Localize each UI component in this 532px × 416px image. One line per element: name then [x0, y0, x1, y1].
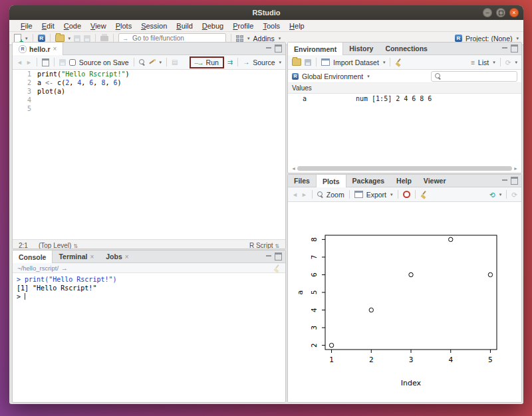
- load-workspace-icon[interactable]: [292, 58, 301, 66]
- scroll-right-icon[interactable]: ►: [513, 166, 518, 171]
- save-workspace-icon[interactable]: [305, 59, 311, 66]
- close-tab-icon[interactable]: ×: [125, 253, 129, 260]
- new-project-icon[interactable]: R: [38, 35, 45, 42]
- tab-environment[interactable]: Environment: [288, 43, 343, 55]
- refresh-caret-icon[interactable]: ▾: [515, 60, 517, 65]
- tab-console[interactable]: Console: [13, 251, 53, 263]
- menu-file[interactable]: File: [16, 22, 37, 30]
- tab-connections[interactable]: Connections: [379, 43, 434, 54]
- project-menu-button[interactable]: Project: (None): [466, 35, 513, 43]
- run-button[interactable]: –→ Run: [195, 58, 219, 66]
- source-caret-icon[interactable]: ▾: [279, 60, 281, 65]
- environment-search-input[interactable]: [444, 72, 509, 80]
- tab-terminal[interactable]: Terminal×: [53, 251, 100, 262]
- source-on-save-checkbox[interactable]: [69, 59, 76, 66]
- new-file-caret-icon[interactable]: ▾: [25, 36, 28, 41]
- refresh-environment-icon[interactable]: ⟳: [505, 58, 511, 66]
- environment-row[interactable]: anum [1:5] 2 4 6 8 6: [288, 94, 521, 104]
- code-tools-caret-icon[interactable]: ▾: [160, 60, 162, 65]
- publish-caret-icon[interactable]: ▾: [499, 192, 502, 197]
- save-source-icon[interactable]: [59, 59, 66, 66]
- tab-packages[interactable]: Packages: [346, 175, 390, 187]
- print-icon[interactable]: [100, 36, 108, 41]
- clear-environment-icon[interactable]: [395, 58, 402, 66]
- list-view-button[interactable]: List: [478, 58, 489, 66]
- tab-hello.r[interactable]: Rhello.r×: [13, 43, 63, 55]
- compile-report-icon[interactable]: ▤: [172, 58, 178, 66]
- tab-plots[interactable]: Plots: [316, 175, 346, 187]
- window-titlebar[interactable]: RStudio – ×: [9, 5, 523, 20]
- minimize-pane-icon[interactable]: [266, 47, 271, 49]
- global-env-caret-icon[interactable]: ▾: [367, 74, 370, 79]
- clear-plots-icon[interactable]: [420, 191, 428, 198]
- close-icon[interactable]: ×: [509, 8, 519, 17]
- scroll-left-icon[interactable]: ◄: [291, 166, 296, 171]
- save-all-icon[interactable]: [84, 35, 90, 42]
- next-plot-icon[interactable]: ►: [301, 191, 307, 198]
- maximize-pane-icon[interactable]: [275, 253, 282, 260]
- list-view-caret-icon[interactable]: ▾: [493, 60, 495, 65]
- tab-jobs[interactable]: Jobs×: [100, 251, 134, 262]
- run-button-label: Run: [206, 58, 219, 66]
- import-dataset-button[interactable]: Import Dataset: [333, 58, 379, 66]
- scrollbar-thumb[interactable]: [297, 166, 512, 171]
- code-editor[interactable]: 1print("Hello Rscript!")2a <- c(2, 4, 6,…: [13, 70, 285, 239]
- minimize-pane-icon[interactable]: [502, 47, 507, 49]
- horizontal-scrollbar[interactable]: ◄ ►: [291, 165, 518, 171]
- menu-session[interactable]: Session: [136, 22, 172, 30]
- menu-debug[interactable]: Debug: [198, 22, 228, 30]
- code-tools-icon[interactable]: [148, 58, 156, 66]
- maximize-pane-icon[interactable]: [511, 177, 518, 185]
- remove-plot-icon[interactable]: [403, 191, 410, 198]
- window-controls: – ×: [483, 8, 519, 17]
- console-output[interactable]: > print("Hello Rscript!")[1] "Hello Rscr…: [13, 273, 285, 303]
- forward-icon[interactable]: ►: [26, 59, 32, 66]
- menu-build[interactable]: Build: [172, 22, 197, 30]
- minimize-pane-icon[interactable]: [502, 179, 507, 181]
- maximize-pane-icon[interactable]: [511, 45, 518, 52]
- minimize-icon[interactable]: –: [483, 8, 492, 17]
- open-file-caret-icon[interactable]: ▾: [68, 36, 71, 41]
- close-tab-icon[interactable]: ×: [90, 253, 94, 260]
- global-env-selector[interactable]: Global Environment: [302, 72, 363, 80]
- menu-plots[interactable]: Plots: [111, 22, 136, 30]
- source-button[interactable]: Source: [253, 58, 275, 66]
- find-replace-icon[interactable]: [139, 59, 145, 65]
- export-plot-button[interactable]: Export: [366, 191, 386, 199]
- close-tab-icon[interactable]: ×: [53, 45, 57, 52]
- menu-edit[interactable]: Edit: [37, 22, 59, 30]
- refresh-plot-icon[interactable]: ⟳: [511, 191, 517, 199]
- maximize-icon[interactable]: [496, 8, 505, 17]
- path-arrow-icon[interactable]: →: [61, 264, 68, 272]
- tab-viewer[interactable]: Viewer: [418, 175, 452, 187]
- maximize-pane-icon[interactable]: [275, 45, 282, 52]
- open-file-icon[interactable]: [55, 35, 65, 42]
- scope-selector[interactable]: (Top Level) ⇅: [39, 242, 78, 249]
- tab-help[interactable]: Help: [390, 175, 418, 187]
- export-caret-icon[interactable]: ▾: [390, 192, 393, 197]
- menu-tools[interactable]: Tools: [258, 22, 285, 30]
- addins-button[interactable]: Addins: [253, 35, 275, 43]
- previous-plot-icon[interactable]: ◄: [292, 191, 298, 198]
- tab-files[interactable]: Files: [288, 175, 316, 187]
- project-caret-icon[interactable]: ▾: [516, 36, 519, 41]
- tab-history[interactable]: History: [343, 43, 379, 54]
- addins-caret-icon[interactable]: ▾: [279, 36, 281, 41]
- clear-console-icon[interactable]: [273, 264, 281, 272]
- pane-layout-caret-icon[interactable]: ▾: [247, 36, 250, 41]
- menu-profile[interactable]: Profile: [228, 22, 258, 30]
- environment-search[interactable]: [431, 71, 517, 82]
- back-icon[interactable]: ◄: [17, 59, 23, 66]
- rerun-icon[interactable]: ⇉: [227, 58, 233, 66]
- pane-layout-icon[interactable]: [236, 35, 243, 42]
- menu-view[interactable]: View: [86, 22, 111, 30]
- save-icon[interactable]: [74, 35, 80, 42]
- minimize-pane-icon[interactable]: [266, 255, 271, 257]
- menu-help[interactable]: Help: [285, 22, 309, 30]
- popout-icon[interactable]: [42, 58, 49, 66]
- zoom-plot-button[interactable]: Zoom: [327, 191, 344, 199]
- publish-icon[interactable]: ⟲: [489, 191, 495, 199]
- import-dataset-caret-icon[interactable]: ▾: [383, 60, 386, 65]
- doc-type-selector[interactable]: R Script ⇅: [249, 242, 279, 249]
- menu-code[interactable]: Code: [59, 22, 86, 30]
